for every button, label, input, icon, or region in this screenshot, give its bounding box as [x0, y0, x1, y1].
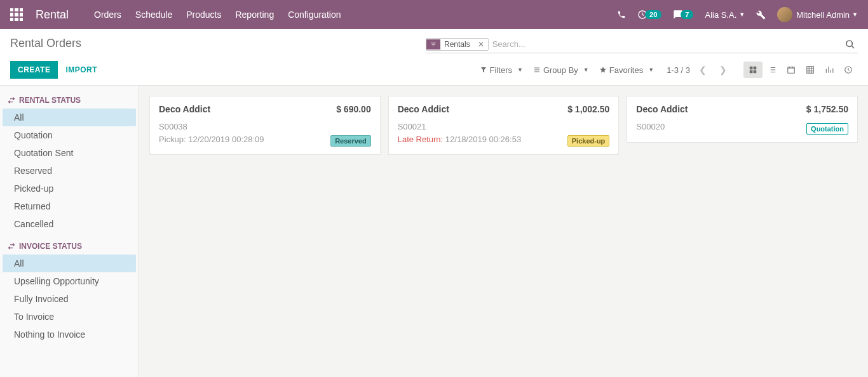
- sidebar: RENTAL STATUS AllQuotationQuotation Sent…: [0, 86, 139, 377]
- nav-orders[interactable]: Orders: [94, 10, 121, 20]
- sidebar-item[interactable]: Reserved: [3, 162, 136, 180]
- card-customer: Deco Addict: [398, 104, 449, 114]
- pager-text: 1-3 / 3: [667, 65, 690, 75]
- groupby-label: Group By: [543, 65, 578, 75]
- sidebar-header-label: RENTAL STATUS: [19, 96, 81, 105]
- groupby-button[interactable]: Group By ▼: [533, 65, 589, 75]
- card-customer: Deco Addict: [636, 104, 688, 114]
- view-switcher: [743, 62, 858, 78]
- view-activity[interactable]: [839, 62, 858, 78]
- caret-down-icon: ▼: [852, 11, 858, 18]
- main-area: RENTAL STATUS AllQuotationQuotation Sent…: [0, 86, 868, 377]
- search-bar[interactable]: Rentals ✕: [426, 37, 858, 53]
- user-menu[interactable]: Mitchell Admin ▼: [777, 7, 858, 22]
- favorites-button[interactable]: Favorites ▼: [599, 65, 654, 75]
- sidebar-item[interactable]: Picked-up: [3, 180, 136, 197]
- kanban-card[interactable]: Deco Addict$ 1,002.50S00021Late Return: …: [388, 96, 620, 155]
- card-amount: $ 1,002.50: [567, 104, 609, 114]
- pager-next[interactable]: ❯: [715, 62, 731, 77]
- svg-point-1: [846, 41, 852, 46]
- view-list[interactable]: [763, 62, 782, 78]
- phone-icon[interactable]: [617, 10, 626, 19]
- card-ref: S00038: [159, 121, 371, 133]
- sidebar-item[interactable]: Upselling Opportunity: [3, 272, 136, 290]
- activity-count: 20: [645, 10, 661, 19]
- svg-rect-6: [788, 67, 795, 73]
- svg-rect-5: [754, 70, 757, 74]
- messages-icon[interactable]: 7: [673, 10, 693, 20]
- sidebar-item[interactable]: Cancelled: [3, 215, 136, 233]
- facet-remove[interactable]: ✕: [474, 39, 488, 50]
- card-customer: Deco Addict: [159, 104, 210, 114]
- card-amount: $ 690.00: [336, 104, 371, 114]
- caret-down-icon: ▼: [739, 11, 745, 18]
- card-amount: $ 1,752.50: [806, 104, 848, 114]
- pager: 1-3 / 3 ❮ ❯: [667, 62, 731, 77]
- filters-label: Filters: [490, 65, 512, 75]
- status-tag: Picked-up: [567, 135, 610, 147]
- switch-user-label: Alia S.A.: [705, 10, 736, 20]
- nav-configuration[interactable]: Configuration: [288, 10, 341, 20]
- apps-icon[interactable]: [10, 8, 23, 21]
- debug-icon[interactable]: [756, 10, 766, 20]
- favorites-label: Favorites: [609, 65, 643, 75]
- switch-user[interactable]: Alia S.A. ▼: [705, 10, 745, 20]
- sidebar-header-invoice-status[interactable]: INVOICE STATUS: [3, 237, 136, 255]
- svg-rect-4: [750, 70, 753, 74]
- pager-prev[interactable]: ❮: [695, 62, 710, 77]
- app-brand[interactable]: Rental: [36, 8, 69, 22]
- svg-rect-3: [754, 67, 757, 70]
- nav-menu: Orders Schedule Products Reporting Confi…: [94, 10, 341, 20]
- caret-down-icon: ▼: [648, 67, 654, 73]
- status-tag: Quotation: [806, 123, 848, 135]
- view-graph[interactable]: [820, 62, 839, 78]
- sidebar-item[interactable]: Fully Invoiced: [3, 290, 136, 308]
- control-panel: Rental Orders Rentals ✕ CREATE IMPORT Fi…: [0, 29, 868, 86]
- filters-button[interactable]: Filters ▼: [480, 65, 523, 75]
- avatar: [777, 7, 792, 22]
- sidebar-item[interactable]: To Invoice: [3, 308, 136, 326]
- activity-icon[interactable]: 20: [637, 10, 661, 20]
- user-name: Mitchell Admin: [796, 10, 850, 20]
- view-calendar[interactable]: [782, 62, 801, 78]
- create-button[interactable]: CREATE: [10, 61, 58, 79]
- filter-icon: [426, 39, 440, 50]
- sidebar-item[interactable]: Returned: [3, 197, 136, 215]
- page-title: Rental Orders: [10, 37, 81, 50]
- sidebar-item[interactable]: Nothing to Invoice: [3, 326, 136, 343]
- svg-rect-7: [807, 67, 814, 74]
- sidebar-header-label: INVOICE STATUS: [19, 242, 82, 251]
- sidebar-item[interactable]: All: [3, 255, 136, 272]
- import-button[interactable]: IMPORT: [58, 61, 105, 79]
- view-pivot[interactable]: [801, 62, 820, 78]
- search-icon[interactable]: [843, 39, 858, 50]
- search-facet: Rentals ✕: [426, 38, 489, 51]
- caret-down-icon: ▼: [517, 67, 523, 73]
- sidebar-item[interactable]: Quotation Sent: [3, 144, 136, 162]
- nav-reporting[interactable]: Reporting: [235, 10, 274, 20]
- svg-rect-2: [750, 67, 753, 70]
- kanban-card[interactable]: Deco Addict$ 690.00S00038Pickup: 12/20/2…: [149, 96, 381, 155]
- caret-down-icon: ▼: [583, 67, 589, 73]
- nav-products[interactable]: Products: [186, 10, 221, 20]
- sidebar-header-rental-status[interactable]: RENTAL STATUS: [3, 91, 136, 109]
- card-ref: S00021: [398, 121, 610, 133]
- view-kanban[interactable]: [743, 62, 763, 78]
- sidebar-item[interactable]: All: [3, 109, 136, 126]
- facet-label: Rentals: [440, 39, 474, 50]
- search-input[interactable]: [489, 37, 843, 51]
- sidebar-item[interactable]: Quotation: [3, 126, 136, 144]
- nav-schedule[interactable]: Schedule: [135, 10, 172, 20]
- kanban-card[interactable]: Deco Addict$ 1,752.50S00020Quotation: [627, 96, 858, 143]
- kanban-area: Deco Addict$ 690.00S00038Pickup: 12/20/2…: [139, 86, 868, 377]
- status-tag: Reserved: [330, 135, 371, 147]
- message-count: 7: [681, 10, 693, 19]
- top-navbar: Rental Orders Schedule Products Reportin…: [0, 0, 868, 29]
